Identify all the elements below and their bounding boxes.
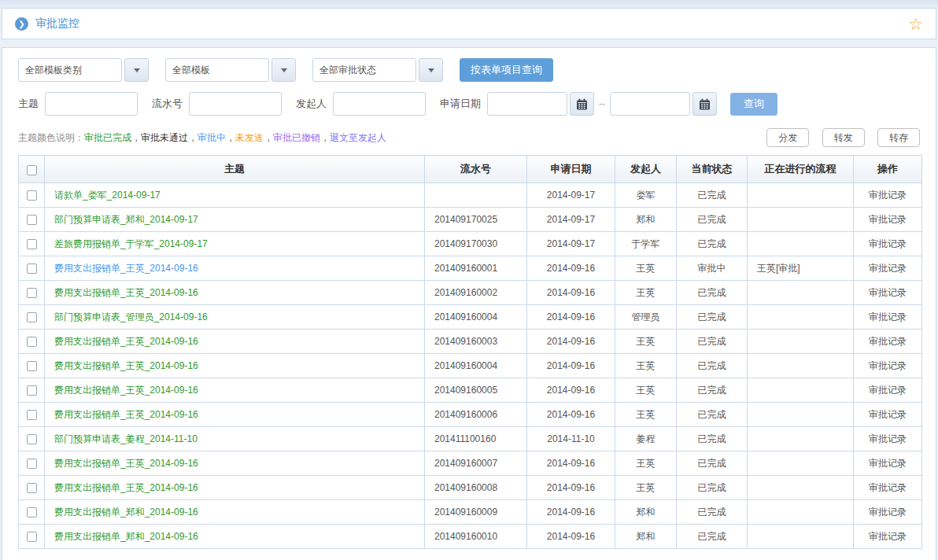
subject-link[interactable]: 部门预算申请表_姜程_2014-11-10	[54, 433, 198, 444]
row-checkbox[interactable]	[27, 263, 37, 274]
subject-link[interactable]: 费用支出报销单_郑和_2014-09-16	[54, 507, 198, 518]
row-checkbox[interactable]	[27, 459, 37, 469]
date-to-calendar-button[interactable]	[692, 92, 717, 116]
subject-link[interactable]: 费用支出报销单_王英_2014-09-16	[54, 336, 198, 347]
favorite-star-icon[interactable]: ☆	[908, 16, 923, 32]
apply-date-cell: 2014-09-16	[527, 281, 615, 305]
initiator-cell: 姜程	[615, 427, 677, 451]
subject-link[interactable]: 部门预算申请表_郑和_2014-09-17	[54, 214, 198, 225]
subject-link[interactable]: 费用支出报销单_王英_2014-09-16	[54, 385, 198, 396]
distribute-button[interactable]: 分发	[766, 128, 809, 147]
serial-cell: 201409170030	[425, 232, 527, 256]
row-checkbox-cell	[19, 427, 45, 451]
subject-link[interactable]: 费用支出报销单_王英_2014-09-16	[54, 409, 198, 420]
row-checkbox[interactable]	[27, 410, 37, 420]
chevron-down-icon	[134, 68, 140, 72]
subject-link[interactable]: 费用支出报销单_王英_2014-09-16	[54, 287, 198, 298]
table-row: 费用支出报销单_王英_2014-09-162014091600062014-09…	[19, 403, 922, 427]
approval-record-link[interactable]: 审批记录	[869, 214, 907, 225]
approval-record-link[interactable]: 审批记录	[869, 433, 907, 444]
subject-link[interactable]: 费用支出报销单_王英_2014-09-16	[54, 360, 198, 371]
current-status-cell: 已完成	[677, 232, 748, 256]
approval-record-link[interactable]: 审批记录	[869, 360, 907, 371]
legend-label: 主题颜色说明：	[18, 132, 84, 143]
serial-label: 流水号	[152, 97, 183, 111]
subject-input[interactable]	[45, 92, 138, 116]
apply-date-cell: 2014-09-16	[527, 403, 615, 427]
subject-link[interactable]: 费用支出报销单_王英_2014-09-16	[54, 263, 198, 274]
subject-link[interactable]: 部门预算申请表_管理员_2014-09-16	[54, 311, 208, 322]
table-row: 费用支出报销单_郑和_2014-09-162014091600102014-09…	[19, 525, 922, 549]
template-category-dropdown-button[interactable]	[124, 58, 149, 82]
row-checkbox[interactable]	[27, 239, 37, 249]
row-checkbox[interactable]	[27, 215, 37, 225]
approval-record-link[interactable]: 审批记录	[869, 263, 907, 274]
header-current-status: 当前状态	[677, 156, 748, 183]
initiator-label: 发起人	[296, 97, 327, 111]
initiator-cell: 王英	[615, 451, 677, 476]
operation-cell: 审批记录	[854, 281, 922, 305]
table-row: 费用支出报销单_王英_2014-09-162014091600082014-09…	[19, 476, 922, 500]
row-checkbox[interactable]	[27, 190, 37, 201]
serial-input[interactable]	[189, 92, 282, 116]
subject-link[interactable]: 请款单_娄军_2014-09-17	[54, 190, 161, 201]
subject-link[interactable]: 费用支出报销单_王英_2014-09-16	[54, 458, 198, 469]
subject-link[interactable]: 费用支出报销单_王英_2014-09-16	[54, 482, 198, 493]
current-status-cell: 已完成	[677, 403, 748, 427]
current-status-cell: 已完成	[677, 378, 748, 403]
legend-item: 退文至发起人	[330, 132, 386, 143]
apply-date-cell: 2014-09-16	[527, 330, 615, 354]
table-row: 费用支出报销单_王英_2014-09-162014091600032014-09…	[19, 330, 922, 354]
approval-status-dropdown-button[interactable]	[419, 58, 443, 82]
subject-cell: 部门预算申请表_姜程_2014-11-10	[45, 427, 425, 451]
row-checkbox[interactable]	[27, 361, 37, 371]
row-checkbox[interactable]	[27, 507, 37, 518]
header-initiator: 发起人	[615, 156, 677, 183]
row-checkbox[interactable]	[27, 483, 37, 493]
approval-record-link[interactable]: 审批记录	[869, 385, 907, 396]
template-category-input[interactable]	[18, 58, 122, 82]
initiator-input[interactable]	[333, 92, 426, 116]
legend-item: 审批已完成	[84, 132, 131, 143]
approval-record-link[interactable]: 审批记录	[869, 336, 907, 347]
row-checkbox-cell	[19, 256, 45, 281]
row-checkbox[interactable]	[27, 312, 37, 322]
serial-cell: 201409160003	[425, 330, 527, 354]
row-checkbox[interactable]	[27, 434, 37, 444]
approval-status-input[interactable]	[312, 58, 416, 82]
serial-cell: 201409160007	[425, 451, 527, 476]
approval-record-link[interactable]: 审批记录	[869, 409, 907, 420]
approval-record-link[interactable]: 审批记录	[869, 311, 907, 322]
row-checkbox[interactable]	[27, 385, 37, 396]
table-row: 费用支出报销单_王英_2014-09-162014091600022014-09…	[19, 281, 922, 305]
form-item-query-button[interactable]: 按表单项目查询	[460, 58, 553, 82]
approval-record-link[interactable]: 审批记录	[869, 238, 907, 249]
archive-button[interactable]: 转存	[877, 128, 920, 147]
template-dropdown-button[interactable]	[271, 58, 296, 82]
date-from-calendar-button[interactable]	[570, 92, 594, 116]
query-button[interactable]: 查询	[730, 93, 777, 116]
approval-record-link[interactable]: 审批记录	[869, 458, 907, 469]
approval-record-link[interactable]: 审批记录	[869, 190, 907, 201]
date-to-input[interactable]	[610, 92, 690, 116]
date-from-input[interactable]	[487, 92, 567, 116]
select-all-checkbox[interactable]	[27, 165, 37, 175]
serial-cell: 201409160001	[425, 256, 527, 281]
header-apply-date: 申请日期	[527, 156, 615, 183]
subject-link[interactable]: 费用支出报销单_郑和_2014-09-16	[54, 531, 198, 542]
approval-record-link[interactable]: 审批记录	[869, 531, 907, 542]
chevron-down-icon	[281, 68, 287, 72]
approval-record-link[interactable]: 审批记录	[869, 287, 907, 298]
ongoing-flow-cell	[748, 427, 854, 451]
approval-status-dropdown	[312, 58, 443, 82]
subject-link[interactable]: 差旅费用报销单_于学军_2014-09-17	[54, 238, 208, 249]
forward-button[interactable]: 转发	[822, 128, 865, 147]
template-input[interactable]	[165, 58, 269, 82]
approval-record-link[interactable]: 审批记录	[869, 507, 907, 518]
row-checkbox[interactable]	[27, 288, 37, 298]
row-checkbox[interactable]	[27, 337, 37, 347]
initiator-cell: 管理员	[615, 305, 677, 330]
ongoing-flow-cell	[748, 281, 854, 305]
approval-record-link[interactable]: 审批记录	[869, 482, 907, 493]
row-checkbox[interactable]	[27, 532, 37, 542]
